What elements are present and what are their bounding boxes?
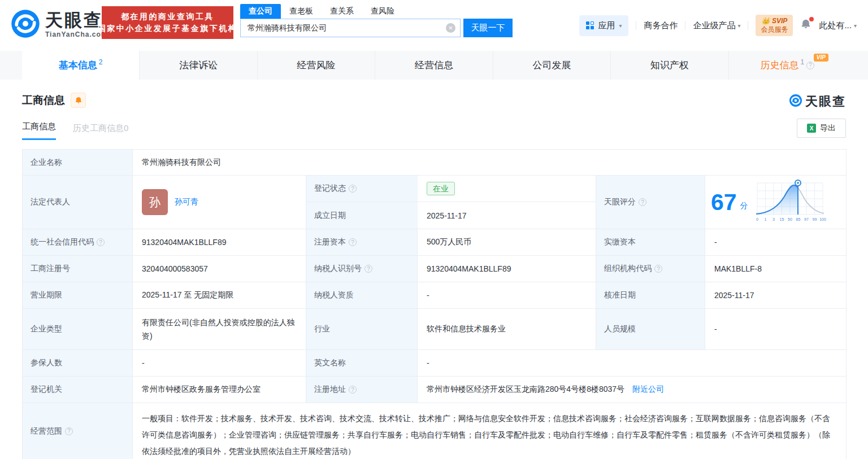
company-nav-tabs: 基本信息 2 法律诉讼 经营风险 经营信息 公司发展 知识产权 VIP 历史信息…: [0, 51, 868, 80]
excel-icon: X: [807, 124, 816, 133]
svip-member-button[interactable]: 👑 SVIP 会员服务: [756, 15, 793, 36]
svg-text:50: 50: [788, 217, 792, 221]
chevron-down-icon: ▾: [737, 23, 740, 29]
help-icon[interactable]: ?: [364, 265, 372, 273]
search-tabs: 查公司 查老板 查关系 查风险: [240, 4, 513, 19]
svg-text:1: 1: [764, 217, 766, 221]
reg-capital-value: 500万人民币: [418, 229, 596, 256]
apps-menu[interactable]: 应用 ▾: [579, 15, 628, 36]
legal-rep-value: 孙 孙可青: [133, 176, 306, 229]
taxpayer-quality-label: 纳税人资质: [306, 282, 418, 309]
user-menu[interactable]: 此处有... ▾: [819, 20, 857, 31]
legal-rep-avatar[interactable]: 孙: [142, 189, 168, 215]
industry-value: 软件和信息技术服务业: [418, 309, 596, 350]
tianyancha-logo-icon: [10, 8, 41, 41]
divider: [636, 21, 636, 30]
header: 天眼查 TianYanCha.com 都在用的商业查询工具 国家中小企业发展子基…: [0, 0, 868, 51]
enterprise-products-menu[interactable]: 企业级产品 ▾: [693, 20, 740, 31]
staff-size-label: 人员规模: [596, 309, 705, 350]
user-menu-label: 此处有...: [819, 20, 852, 31]
credit-code-value: 91320404MAK1BLLF89: [133, 229, 306, 256]
tab-legal-proceedings[interactable]: 法律诉讼: [139, 51, 257, 80]
export-button[interactable]: X 导出: [797, 119, 846, 138]
search-tab-risk[interactable]: 查风险: [362, 4, 403, 19]
establish-date-value: 2025-11-17: [418, 202, 596, 229]
company-type-value: 有限责任公司(非自然人投资或控股的法人独资): [133, 309, 306, 350]
search-tab-company[interactable]: 查公司: [240, 4, 281, 19]
tab-operating-risk[interactable]: 经营风险: [257, 51, 375, 80]
reg-status-label: 登记状态 ?: [306, 176, 418, 202]
search-input[interactable]: [240, 19, 461, 37]
legal-rep-link[interactable]: 孙可青: [175, 197, 198, 207]
svip-label: 👑 SVIP: [761, 17, 788, 25]
org-code-value: MAK1BLLF-8: [705, 256, 847, 282]
score-label: 天眼评分 ?: [596, 176, 705, 229]
legal-rep-label: 法定代表人: [23, 176, 133, 229]
help-icon[interactable]: ?: [639, 198, 646, 206]
company-name-value: 常州瀚骑科技有限公司: [133, 150, 847, 176]
subscribe-bell-button[interactable]: [71, 93, 86, 108]
chevron-down-icon: ▾: [619, 23, 622, 29]
help-icon[interactable]: ?: [349, 238, 357, 246]
paid-capital-value: -: [705, 229, 847, 256]
taxpayer-id-label: 纳税人识别号?: [306, 256, 418, 282]
clear-search-icon[interactable]: ✕: [446, 23, 455, 33]
divider: [685, 21, 685, 30]
reg-status-value: 在业: [418, 176, 596, 202]
business-cooperation-link[interactable]: 商务合作: [644, 20, 678, 31]
help-icon[interactable]: ?: [806, 62, 814, 69]
business-scope-label: 经营范围?: [23, 403, 133, 459]
divider: [748, 21, 748, 30]
org-code-label: 组织机构代码?: [596, 256, 705, 282]
approval-date-value: 2025-11-17: [705, 282, 847, 309]
search-tab-relation[interactable]: 查关系: [322, 4, 362, 19]
subtab-business-info[interactable]: 工商信息: [22, 121, 56, 140]
subtab-history-business-info[interactable]: 历史工商信息0: [73, 123, 128, 140]
svg-text:99: 99: [812, 217, 817, 221]
svg-text:15: 15: [779, 217, 784, 221]
svg-text:0: 0: [756, 217, 758, 221]
reg-authority-label: 登记机关: [23, 377, 133, 403]
tab-intellectual-property[interactable]: 知识产权: [610, 51, 728, 80]
tab-history-info-count: 1: [800, 58, 804, 66]
header-right: 应用 ▾ 商务合作 企业级产品 ▾ 👑 SVIP 会员服务 此处有... ▾: [579, 15, 857, 36]
score-number: 67: [711, 191, 737, 214]
notification-bell-icon[interactable]: [800, 19, 811, 32]
tab-operating-info[interactable]: 经营信息: [375, 51, 492, 80]
tab-company-development[interactable]: 公司发展: [493, 51, 610, 80]
establish-date-label: 成立日期: [306, 202, 418, 229]
help-icon[interactable]: ?: [654, 265, 662, 273]
help-icon[interactable]: ?: [97, 238, 105, 246]
export-label: 导出: [820, 123, 836, 133]
business-term-value: 2025-11-17 至 无固定期限: [133, 282, 306, 309]
business-info-table: 企业名称 常州瀚骑科技有限公司 法定代表人 孙 孙可青 登记状态 ? 在业 成立…: [22, 149, 847, 459]
search-button[interactable]: 天眼一下: [463, 19, 513, 37]
score-value: 67 分: [705, 176, 847, 229]
reg-number-value: 320404000583057: [133, 256, 306, 282]
chevron-down-icon: ▾: [854, 23, 857, 29]
score-axis-ticks: 0 1 3 15 50 85 97 99 100: [756, 217, 826, 221]
business-scope-value: 一般项目：软件开发；技术服务、技术开发、技术咨询、技术交流、技术转让、技术推广；…: [133, 403, 847, 459]
vip-badge: VIP: [814, 54, 828, 62]
notification-dot: [809, 17, 814, 21]
company-name-label: 企业名称: [23, 150, 133, 176]
nearby-companies-link[interactable]: 附近公司: [632, 384, 664, 395]
tianyancha-logo[interactable]: 天眼查 TianYanCha.com: [10, 8, 107, 41]
english-name-label: 英文名称: [306, 350, 418, 377]
tab-basic-info[interactable]: 基本信息 2: [22, 51, 139, 80]
tab-intellectual-property-label: 知识产权: [650, 59, 689, 72]
watermark-logo: 天眼查: [789, 93, 846, 110]
tab-history-info[interactable]: VIP 历史信息 1 ?: [728, 51, 846, 80]
reg-address-value: 常州市钟楼区经济开发区玉龙南路280号4号楼8楼8037号 附近公司: [418, 377, 847, 403]
credit-code-label: 统一社会信用代码?: [23, 229, 133, 256]
svg-text:100: 100: [819, 217, 826, 221]
score-distribution-chart: 0 1 3 15 50 85 97 99 100: [754, 180, 826, 225]
help-icon[interactable]: ?: [65, 427, 73, 435]
svg-text:97: 97: [804, 217, 809, 221]
help-icon[interactable]: ?: [349, 386, 357, 394]
svg-text:3: 3: [772, 217, 775, 221]
english-name-value: -: [418, 350, 847, 377]
industry-label: 行业: [306, 309, 418, 350]
search-tab-boss[interactable]: 查老板: [281, 4, 322, 19]
help-icon[interactable]: ?: [349, 185, 357, 193]
